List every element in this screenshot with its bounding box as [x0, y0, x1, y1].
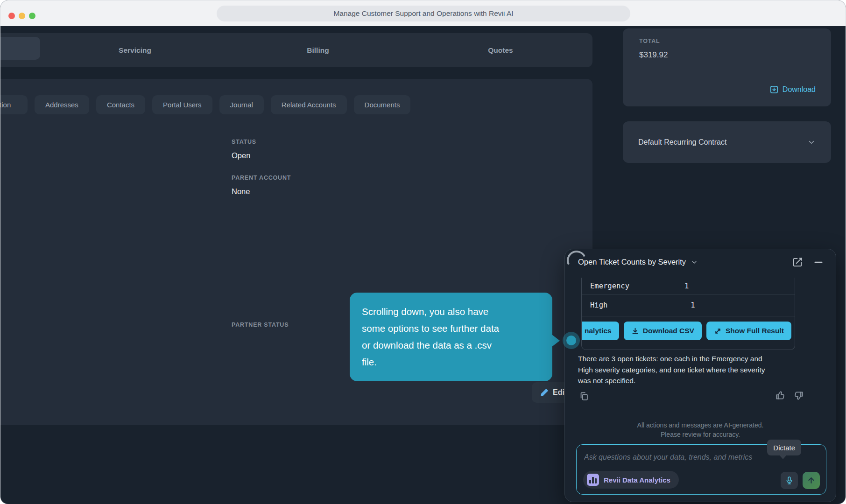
thumbs-down-icon[interactable]: [793, 390, 804, 401]
macos-titlebar: Manage Customer Support and Operations w…: [0, 0, 846, 26]
subtab-contacts[interactable]: Contacts: [96, 95, 145, 114]
download-link-label: Download: [783, 85, 816, 94]
subtab-documents[interactable]: Documents: [354, 95, 411, 114]
partner-status-label: PARTNER STATUS: [232, 322, 289, 328]
widget-action-row: nalytics Download CSV: [581, 316, 795, 340]
severity-cell: High: [590, 301, 607, 309]
assistant-message-line: was not specified.: [578, 375, 793, 386]
active-tab-pill[interactable]: [0, 37, 40, 60]
recurring-contract-card[interactable]: Default Recurring Contract: [623, 121, 831, 163]
top-tabbar: Servicing Billing Quotes: [0, 33, 592, 67]
tab-quotes[interactable]: Quotes: [454, 33, 547, 67]
pencil-icon: [540, 388, 549, 397]
assistant-message-line: High severity categories, and one ticket…: [578, 364, 793, 376]
chat-input-box: Revii Data Analytics Dictate: [576, 444, 826, 495]
minimize-window-button[interactable]: [19, 13, 25, 19]
total-value: $319.92: [639, 50, 668, 60]
arrow-up-icon: [807, 476, 816, 485]
subtab-portal-users[interactable]: Portal Users: [152, 95, 212, 114]
subtab-row: ation Addresses Contacts Portal Users Jo…: [0, 95, 410, 114]
ai-disclaimer-line: Please review for accuracy.: [565, 430, 836, 440]
ai-disclaimer: All actions and messages are AI-generate…: [565, 421, 836, 439]
parent-account-value: None: [232, 187, 250, 196]
subtab-related-accounts[interactable]: Related Accounts: [271, 95, 347, 114]
chat-question-input[interactable]: [584, 450, 761, 464]
thumbs-up-icon[interactable]: [775, 390, 786, 401]
callout-target-ring: [563, 332, 580, 349]
show-full-result-button-label: Show Full Result: [726, 327, 784, 335]
count-cell: 1: [684, 282, 689, 290]
chevron-down-icon[interactable]: [691, 259, 698, 266]
subtab-information[interactable]: ation: [0, 95, 28, 114]
status-label: STATUS: [232, 139, 256, 145]
close-window-button[interactable]: [8, 13, 15, 19]
window-title: Manage Customer Support and Operations w…: [333, 9, 513, 18]
assistant-message: There are 3 open tickets: one each in th…: [578, 353, 793, 386]
download-csv-button[interactable]: Download CSV: [624, 322, 702, 340]
total-label: TOTAL: [639, 38, 660, 44]
chevron-down-icon[interactable]: [807, 138, 816, 147]
callout-line: Scrolling down, you also have: [362, 303, 540, 320]
tutorial-callout: Scrolling down, you also have some optio…: [350, 293, 552, 381]
dictate-tooltip: Dictate: [767, 440, 801, 455]
table-row: High 1: [582, 294, 795, 316]
open-analytics-button-label: nalytics: [585, 327, 612, 335]
table-row: Emergency 1: [582, 278, 795, 294]
open-analytics-button[interactable]: nalytics: [581, 322, 619, 340]
chat-widget-header[interactable]: Open Ticket Counts by Severity: [578, 258, 698, 266]
app-window: Manage Customer Support and Operations w…: [0, 0, 846, 504]
count-cell: 1: [691, 301, 695, 309]
status-value: Open: [232, 151, 250, 160]
callout-target-dot: [566, 336, 576, 345]
model-badge-label: Revii Data Analytics: [604, 476, 670, 484]
new-chat-icon[interactable]: [792, 257, 803, 267]
bar-chart-icon: [587, 474, 599, 486]
show-full-result-button[interactable]: Show Full Result: [706, 322, 791, 340]
screenshot-stage: Manage Customer Support and Operations w…: [0, 0, 846, 504]
contract-card-label: Default Recurring Contract: [638, 138, 726, 147]
download-csv-button-label: Download CSV: [643, 327, 694, 335]
parent-account-label: PARENT ACCOUNT: [232, 175, 291, 181]
dictate-button[interactable]: [781, 472, 798, 489]
callout-arrow: [552, 335, 560, 347]
revii-chat-panel: Open Ticket Counts by Severity: [564, 249, 836, 502]
microphone-icon: [785, 476, 794, 485]
tab-servicing[interactable]: Servicing: [88, 33, 182, 67]
callout-line: or download the data as a .csv: [362, 337, 540, 354]
severity-cell: Emergency: [590, 282, 629, 290]
send-button[interactable]: [803, 472, 820, 489]
callout-line: some options to see further data: [362, 320, 540, 337]
ai-disclaimer-line: All actions and messages are AI-generate…: [565, 421, 836, 430]
model-badge[interactable]: Revii Data Analytics: [583, 471, 679, 489]
download-icon: [631, 327, 639, 335]
callout-line: file.: [362, 354, 540, 371]
invoice-total-card: TOTAL $319.92 Download: [623, 28, 831, 106]
chat-widget-title: Open Ticket Counts by Severity: [578, 258, 686, 266]
copy-message-icon[interactable]: [579, 391, 589, 401]
ticket-severity-widget: Emergency 1 High 1 nalytics Download C: [581, 278, 795, 350]
zoom-window-button[interactable]: [29, 13, 35, 19]
dictate-tooltip-label: Dictate: [773, 444, 795, 452]
subtab-journal[interactable]: Journal: [219, 95, 264, 114]
expand-icon: [714, 327, 722, 335]
tab-billing[interactable]: Billing: [271, 33, 365, 67]
download-invoice-link[interactable]: Download: [769, 85, 816, 94]
address-bar[interactable]: Manage Customer Support and Operations w…: [217, 6, 630, 21]
minimize-chat-icon[interactable]: [813, 257, 824, 267]
download-box-icon: [769, 85, 779, 94]
assistant-message-line: There are 3 open tickets: one each in th…: [578, 353, 793, 364]
subtab-addresses[interactable]: Addresses: [35, 95, 89, 114]
